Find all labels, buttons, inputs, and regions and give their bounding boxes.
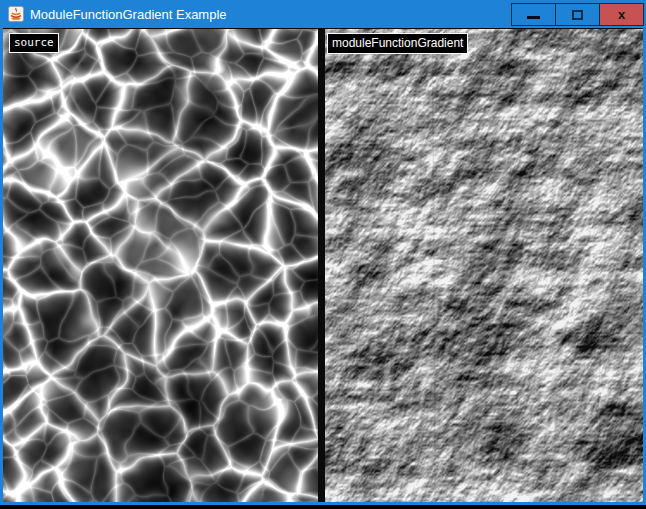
minimize-icon: [527, 16, 540, 19]
close-button[interactable]: x: [599, 3, 644, 26]
module-function-gradient-image: [325, 29, 643, 502]
source-image: [3, 29, 318, 502]
gradient-image-label: moduleFunctionGradient: [327, 33, 468, 54]
window-title: ModuleFunctionGradient Example: [30, 7, 227, 22]
source-image-label: source: [9, 33, 59, 53]
screen: { "window": { "title": "ModuleFunctionGr…: [0, 0, 646, 509]
content-area: source moduleFunctionGradient: [0, 28, 646, 505]
minimize-button[interactable]: [511, 3, 556, 26]
app-window: ModuleFunctionGradient Example x source …: [0, 0, 646, 505]
window-controls: x: [511, 3, 644, 26]
maximize-button[interactable]: [555, 3, 600, 26]
titlebar[interactable]: ModuleFunctionGradient Example x: [0, 0, 646, 28]
java-app-icon: [8, 6, 24, 22]
close-icon: x: [618, 8, 625, 21]
maximize-icon: [572, 10, 583, 20]
